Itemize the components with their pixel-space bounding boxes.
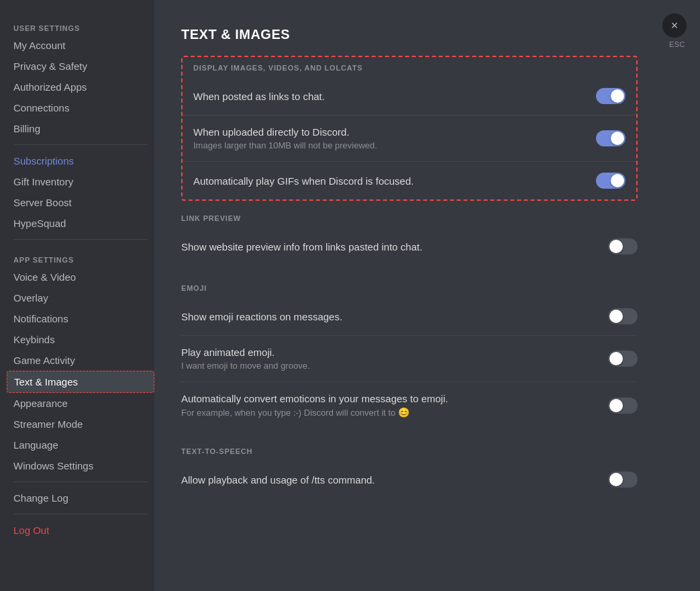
- setting-row-autoplay-gifs: Automatically play GIFs when Discord is …: [183, 162, 636, 199]
- close-icon: ×: [671, 19, 679, 33]
- toggle-knob-website-preview: [609, 240, 623, 253]
- sidebar-item-change-log[interactable]: Change Log: [7, 488, 154, 508]
- user-settings-label: USER SETTINGS: [7, 13, 154, 35]
- sidebar-item-connections[interactable]: Connections: [7, 97, 154, 118]
- setting-text-autoplay-gifs: Automatically play GIFs when Discord is …: [193, 175, 596, 187]
- setting-row-emoji-reactions: Show emoji reactions on messages.: [181, 298, 638, 336]
- content-area: TEXT & IMAGES DISPLAY IMAGES, VIDEOS, AN…: [154, 0, 664, 571]
- setting-text-website-preview: Show website preview info from links pas…: [181, 241, 608, 253]
- sidebar-item-privacy-safety[interactable]: Privacy & Safety: [7, 56, 154, 77]
- sidebar-item-authorized-apps[interactable]: Authorized Apps: [7, 77, 154, 97]
- sidebar-item-game-activity[interactable]: Game Activity: [7, 350, 154, 371]
- tts-section: TEXT-TO-SPEECH Allow playback and usage …: [181, 447, 638, 498]
- setting-label-uploaded-directly: When uploaded directly to Discord.: [193, 126, 583, 138]
- setting-text-uploaded-directly: When uploaded directly to Discord. Image…: [193, 126, 596, 150]
- setting-sublabel-uploaded-directly: Images larger than 10MB will not be prev…: [193, 140, 583, 150]
- toggle-knob-posted-links: [611, 89, 624, 103]
- sidebar-item-keybinds[interactable]: Keybinds: [7, 329, 154, 350]
- toggle-knob-tts-playback: [609, 473, 623, 486]
- sidebar-item-windows-settings[interactable]: Windows Settings: [7, 455, 154, 476]
- setting-sublabel-animated-emoji: I want emoji to move and groove.: [181, 361, 595, 371]
- toggle-track-animated-emoji: [608, 351, 638, 367]
- emoji-example: 😊: [398, 407, 409, 418]
- sidebar-item-server-boost[interactable]: Server Boost: [7, 192, 154, 213]
- setting-label-posted-links: When posted as links to chat.: [193, 91, 583, 102]
- setting-row-convert-emoticons: Automatically convert emoticons in your …: [181, 382, 638, 428]
- link-preview-section: LINK PREVIEW Show website preview info f…: [181, 214, 638, 265]
- toggle-track-emoji-reactions: [608, 308, 638, 324]
- toggle-track-convert-emoticons: [608, 398, 638, 414]
- setting-row-uploaded-directly: When uploaded directly to Discord. Image…: [183, 116, 636, 162]
- toggle-knob-emoji-reactions: [609, 310, 623, 323]
- setting-row-website-preview: Show website preview info from links pas…: [181, 228, 638, 265]
- sidebar-item-subscriptions[interactable]: Subscriptions: [7, 150, 154, 171]
- toggle-knob-uploaded-directly: [611, 132, 624, 145]
- setting-text-emoji-reactions: Show emoji reactions on messages.: [181, 311, 608, 322]
- display-images-section: DISPLAY IMAGES, VIDEOS, AND LOLCATS When…: [181, 56, 638, 201]
- app-settings-label: APP SETTINGS: [7, 245, 154, 267]
- divider-2: [13, 239, 148, 240]
- toggle-track-posted-links: [596, 88, 626, 104]
- toggle-website-preview[interactable]: [608, 238, 638, 255]
- tts-label: TEXT-TO-SPEECH: [181, 447, 638, 455]
- sidebar-item-my-account[interactable]: My Account: [7, 35, 154, 56]
- main-content: × ESC TEXT & IMAGES DISPLAY IMAGES, VIDE…: [154, 0, 700, 591]
- setting-text-animated-emoji: Play animated emoji. I want emoji to mov…: [181, 347, 608, 371]
- toggle-autoplay-gifs[interactable]: [596, 173, 626, 189]
- setting-label-emoji-reactions: Show emoji reactions on messages.: [181, 311, 595, 322]
- sidebar-item-gift-inventory[interactable]: Gift Inventory: [7, 171, 154, 192]
- sidebar-item-text-images[interactable]: Text & Images: [7, 371, 154, 393]
- sidebar-item-billing[interactable]: Billing: [7, 118, 154, 139]
- setting-row-animated-emoji: Play animated emoji. I want emoji to mov…: [181, 336, 638, 382]
- display-images-label: DISPLAY IMAGES, VIDEOS, AND LOLCATS: [183, 57, 636, 72]
- page-title: TEXT & IMAGES: [181, 27, 638, 42]
- sidebar-item-hypesquad[interactable]: HypeSquad: [7, 213, 154, 234]
- close-button[interactable]: ×: [662, 13, 687, 38]
- setting-text-posted-links: When posted as links to chat.: [193, 91, 596, 102]
- toggle-track-website-preview: [608, 238, 638, 255]
- sidebar-item-language[interactable]: Language: [7, 435, 154, 455]
- toggle-track-tts-playback: [608, 471, 638, 488]
- toggle-knob-convert-emoticons: [609, 399, 623, 412]
- sidebar-item-notifications[interactable]: Notifications: [7, 308, 154, 329]
- link-preview-label: LINK PREVIEW: [181, 214, 638, 222]
- divider-1: [13, 144, 148, 145]
- setting-label-tts-playback: Allow playback and usage of /tts command…: [181, 474, 595, 486]
- esc-label: ESC: [669, 40, 685, 48]
- toggle-uploaded-directly[interactable]: [596, 130, 626, 146]
- toggle-emoji-reactions[interactable]: [608, 308, 638, 324]
- divider-3: [13, 482, 148, 482]
- setting-label-autoplay-gifs: Automatically play GIFs when Discord is …: [193, 175, 583, 187]
- setting-row-posted-links: When posted as links to chat.: [183, 77, 636, 116]
- emoji-section: EMOJI Show emoji reactions on messages. …: [181, 284, 638, 428]
- toggle-track-uploaded-directly: [596, 130, 626, 146]
- sidebar-item-appearance[interactable]: Appearance: [7, 393, 154, 414]
- divider-4: [13, 514, 148, 514]
- setting-label-convert-emoticons: Automatically convert emoticons in your …: [181, 393, 595, 404]
- emoji-label: EMOJI: [181, 284, 638, 292]
- toggle-knob-animated-emoji: [609, 352, 623, 365]
- setting-label-website-preview: Show website preview info from links pas…: [181, 241, 595, 253]
- setting-sublabel-convert-emoticons: For example, when you type :-) Discord w…: [181, 407, 595, 418]
- toggle-knob-autoplay-gifs: [611, 174, 624, 187]
- toggle-animated-emoji[interactable]: [608, 351, 638, 367]
- setting-row-tts-playback: Allow playback and usage of /tts command…: [181, 461, 638, 498]
- setting-label-animated-emoji: Play animated emoji.: [181, 347, 595, 358]
- toggle-track-autoplay-gifs: [596, 173, 626, 189]
- setting-text-convert-emoticons: Automatically convert emoticons in your …: [181, 393, 608, 418]
- sidebar-item-overlay[interactable]: Overlay: [7, 287, 154, 308]
- sidebar: USER SETTINGS My Account Privacy & Safet…: [0, 0, 154, 591]
- sidebar-item-voice-video[interactable]: Voice & Video: [7, 267, 154, 287]
- sidebar-item-streamer-mode[interactable]: Streamer Mode: [7, 414, 154, 435]
- setting-text-tts-playback: Allow playback and usage of /tts command…: [181, 474, 608, 486]
- toggle-posted-links[interactable]: [596, 88, 626, 104]
- toggle-tts-playback[interactable]: [608, 471, 638, 488]
- toggle-convert-emoticons[interactable]: [608, 398, 638, 414]
- sidebar-item-log-out[interactable]: Log Out: [7, 520, 154, 541]
